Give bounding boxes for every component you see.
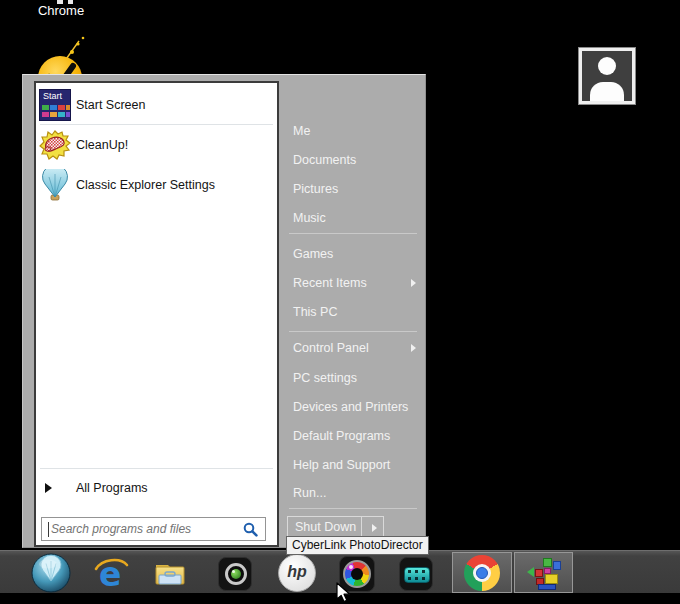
expand-arrow-icon [45,483,52,493]
mouse-cursor [336,582,352,604]
clipped-desktop-label-fragment [68,0,73,4]
taskbar-blocks-game-button[interactable] [514,552,573,593]
internet-explorer-icon: e [93,556,129,592]
submenu-arrow-icon [411,344,416,352]
taskbar-webcam-app-button[interactable] [218,557,252,591]
colorful-blocks-icon [526,555,562,591]
menu-item-recent-items[interactable]: Recent Items [279,269,427,298]
search-icon[interactable] [243,522,258,537]
norton-antivirus-icon[interactable] [28,28,92,78]
chrome-icon [464,555,500,591]
shut-down-button[interactable]: Shut Down [287,516,384,538]
menu-item-pc-settings[interactable]: PC settings [279,364,427,393]
menu-item-me[interactable]: Me [279,117,427,146]
menu-item-music[interactable]: Music [279,204,427,233]
submenu-arrow-icon [372,524,377,532]
menu-item-pictures[interactable]: Pictures [279,175,427,204]
separator [289,331,417,332]
separator [40,468,273,469]
webcam-lens-icon [218,557,252,591]
menu-item-games[interactable]: Games [279,240,427,269]
desktop: Chrome Start [0,0,680,604]
search-input[interactable] [42,518,247,540]
folder-icon [152,556,188,592]
menu-item-help-and-support[interactable]: Help and Support [279,451,427,480]
shut-down-options-button[interactable] [362,517,384,537]
classic-shell-orb-icon [31,553,71,593]
avatar-silhouette [598,57,616,75]
start-menu: Start Start Screen [22,74,426,548]
menu-item-this-pc[interactable]: This PC [279,298,427,327]
submenu-arrow-icon [411,279,416,287]
start-menu-left-panel: Start Start Screen [34,81,279,547]
taskbar-hp-app-button[interactable]: hp [278,554,316,592]
menu-item-start-screen[interactable]: Start Start Screen [36,85,277,125]
start-screen-icon: Start [39,89,71,121]
start-menu-right-panel: Me Documents Pictures Music Games Recent… [279,75,427,547]
separator [289,508,417,509]
taskbar-google-chrome-button[interactable] [452,552,512,593]
menu-item-cleanup[interactable]: CleanUp! [36,125,277,165]
menu-item-documents[interactable]: Documents [279,146,427,175]
cleanup-icon [39,129,71,161]
menu-item-classic-explorer-settings[interactable]: Classic Explorer Settings [36,165,277,205]
taskbar-video-editor-app-button[interactable] [399,557,433,591]
separator [289,233,417,234]
taskbar-internet-explorer-button[interactable]: e [93,556,129,596]
menu-item-devices-and-printers[interactable]: Devices and Printers [279,393,427,422]
menu-item-default-programs[interactable]: Default Programs [279,422,427,451]
menu-item-run[interactable]: Run... [279,479,427,508]
menu-item-control-panel[interactable]: Control Panel [279,334,427,363]
classic-shell-seashell-icon [39,169,71,201]
search-box [41,517,266,541]
user-avatar[interactable] [579,48,635,104]
clipped-desktop-label-fragment [57,0,63,4]
taskbar-file-explorer-button[interactable] [152,556,188,596]
tooltip: CyberLink PhotoDirector [286,536,429,555]
taskbar-classic-shell-start-button[interactable] [31,553,71,597]
desktop-icon-label-chrome[interactable]: Chrome [11,3,111,18]
film-strip-icon [399,557,433,591]
hp-logo-icon: hp [278,554,316,592]
menu-item-all-programs[interactable]: All Programs [36,473,277,503]
